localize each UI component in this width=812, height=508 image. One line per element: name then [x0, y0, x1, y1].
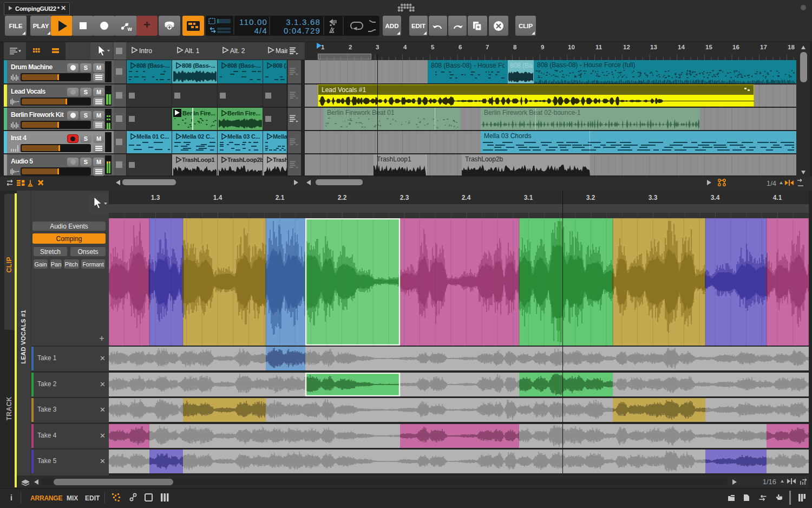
svg-text:12: 12	[623, 44, 630, 50]
svg-text:2.4: 2.4	[462, 194, 471, 201]
svg-text:5: 5	[431, 44, 435, 50]
svg-text:3.1: 3.1	[524, 194, 533, 201]
svg-text:2.3: 2.3	[400, 194, 409, 201]
svg-text:2.1: 2.1	[276, 194, 285, 201]
svg-text:3.4: 3.4	[711, 194, 720, 201]
svg-text:11: 11	[595, 44, 603, 50]
svg-text:18: 18	[788, 44, 795, 50]
svg-text:7: 7	[486, 44, 489, 50]
svg-text:1: 1	[321, 44, 325, 50]
svg-text:3.3: 3.3	[649, 194, 658, 201]
svg-text:1.3: 1.3	[151, 194, 160, 201]
svg-text:13: 13	[650, 44, 657, 50]
svg-text:16: 16	[732, 44, 739, 50]
svg-text:14: 14	[678, 44, 685, 50]
svg-text:3: 3	[376, 44, 379, 50]
svg-text:2: 2	[349, 44, 352, 50]
svg-text:4.1: 4.1	[773, 194, 782, 201]
svg-text:8: 8	[513, 44, 517, 50]
svg-text:9: 9	[541, 44, 544, 50]
svg-text:W: W	[127, 26, 132, 31]
svg-text:17: 17	[760, 44, 767, 50]
svg-text:3.2: 3.2	[586, 194, 595, 201]
svg-text:6: 6	[459, 44, 462, 50]
svg-text:4: 4	[403, 44, 407, 50]
svg-text:1.4: 1.4	[213, 194, 222, 201]
svg-text:10: 10	[568, 44, 575, 50]
svg-text:15: 15	[705, 44, 712, 50]
svg-text:2.2: 2.2	[338, 194, 347, 201]
